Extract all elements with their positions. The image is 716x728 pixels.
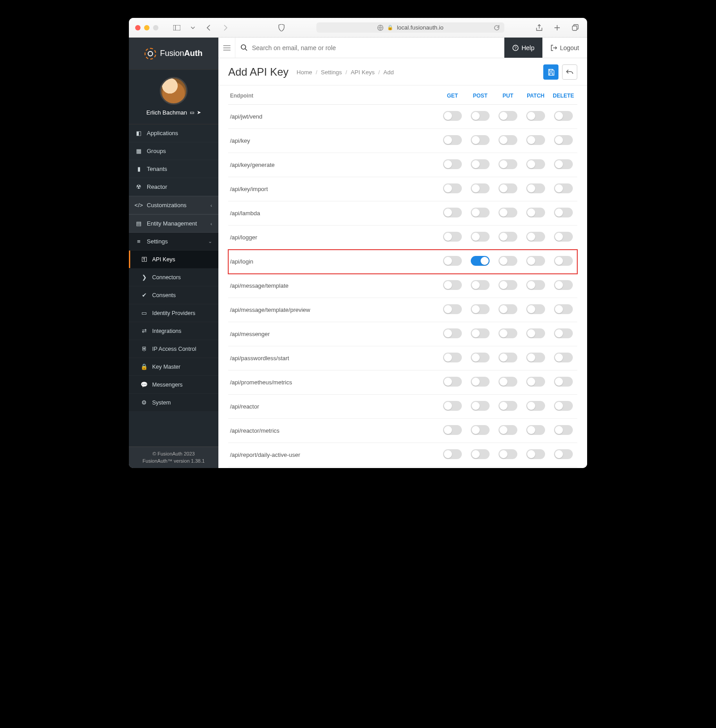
toggle-delete[interactable] xyxy=(554,159,573,169)
toggle-delete[interactable] xyxy=(554,280,573,290)
close-icon[interactable] xyxy=(135,25,141,30)
toggle-post[interactable] xyxy=(471,111,490,121)
toggle-put[interactable] xyxy=(499,401,517,411)
toggle-post[interactable] xyxy=(471,159,490,169)
breadcrumb-item[interactable]: Settings xyxy=(321,69,342,76)
tabs-icon[interactable] xyxy=(569,22,581,34)
toggle-delete[interactable] xyxy=(554,111,573,121)
toggle-patch[interactable] xyxy=(526,449,545,459)
toggle-delete[interactable] xyxy=(554,208,573,217)
toggle-get[interactable] xyxy=(443,135,462,145)
toggle-patch[interactable] xyxy=(526,135,545,145)
toggle-patch[interactable] xyxy=(526,401,545,411)
toggle-delete[interactable] xyxy=(554,232,573,242)
back-action-button[interactable] xyxy=(562,64,577,80)
sidebar-item-reactor[interactable]: ☢Reactor xyxy=(129,178,218,196)
toggle-post[interactable] xyxy=(471,449,490,459)
sidebar-item-system[interactable]: ⚙System xyxy=(129,394,218,412)
toggle-delete[interactable] xyxy=(554,328,573,338)
toggle-put[interactable] xyxy=(499,449,517,459)
toggle-delete[interactable] xyxy=(554,401,573,411)
toggle-put[interactable] xyxy=(499,208,517,217)
avatar[interactable] xyxy=(160,77,188,105)
toggle-put[interactable] xyxy=(499,425,517,435)
sidebar-item-api-keys[interactable]: ⚿API Keys xyxy=(129,251,218,268)
toggle-post[interactable] xyxy=(471,232,490,242)
sidebar-item-groups[interactable]: ▦Groups xyxy=(129,142,218,160)
maximize-icon[interactable] xyxy=(153,25,158,30)
back-button[interactable] xyxy=(203,22,215,34)
toggle-post[interactable] xyxy=(471,304,490,314)
breadcrumb-item[interactable]: Home xyxy=(297,69,312,76)
toggle-get[interactable] xyxy=(443,304,462,314)
toggle-delete[interactable] xyxy=(554,304,573,314)
toggle-get[interactable] xyxy=(443,208,462,217)
toggle-put[interactable] xyxy=(499,135,517,145)
toggle-patch[interactable] xyxy=(526,159,545,169)
toggle-delete[interactable] xyxy=(554,377,573,387)
sidebar-item-ip-access-control[interactable]: ⛨IP Access Control xyxy=(129,340,218,358)
sidebar-item-key-master[interactable]: 🔒Key Master xyxy=(129,358,218,376)
toggle-delete[interactable] xyxy=(554,135,573,145)
brand[interactable]: FusionAuth xyxy=(129,38,218,70)
toggle-post[interactable] xyxy=(471,183,490,193)
toggle-patch[interactable] xyxy=(526,280,545,290)
toggle-get[interactable] xyxy=(443,183,462,193)
sidebar-item-tenants[interactable]: ▮Tenants xyxy=(129,160,218,178)
toggle-put[interactable] xyxy=(499,256,517,266)
send-icon[interactable]: ➤ xyxy=(197,110,201,115)
toggle-get[interactable] xyxy=(443,401,462,411)
toggle-post[interactable] xyxy=(471,135,490,145)
toggle-put[interactable] xyxy=(499,183,517,193)
sidebar-item-entity-management[interactable]: ▤Entity Management‹ xyxy=(129,214,218,233)
toggle-post[interactable] xyxy=(471,256,490,266)
collapse-sidebar-button[interactable] xyxy=(218,38,235,58)
forward-button[interactable] xyxy=(219,22,231,34)
toggle-delete[interactable] xyxy=(554,183,573,193)
sidebar-item-messengers[interactable]: 💬Messengers xyxy=(129,376,218,394)
search-input[interactable] xyxy=(252,44,499,51)
toggle-put[interactable] xyxy=(499,304,517,314)
toggle-get[interactable] xyxy=(443,425,462,435)
save-button[interactable] xyxy=(543,64,558,80)
sidebar-item-settings[interactable]: ≡Settings⌄ xyxy=(129,233,218,251)
shield-icon[interactable] xyxy=(276,22,287,34)
toggle-put[interactable] xyxy=(499,111,517,121)
toggle-get[interactable] xyxy=(443,256,462,266)
toggle-get[interactable] xyxy=(443,232,462,242)
sidebar-item-applications[interactable]: ◧Applications xyxy=(129,124,218,142)
endpoint-table-scroll[interactable]: EndpointGETPOSTPUTPATCHDELETE /api/jwt/v… xyxy=(218,85,587,468)
toggle-get[interactable] xyxy=(443,328,462,338)
toggle-patch[interactable] xyxy=(526,377,545,387)
toggle-delete[interactable] xyxy=(554,256,573,266)
toggle-delete[interactable] xyxy=(554,425,573,435)
toggle-patch[interactable] xyxy=(526,304,545,314)
toggle-put[interactable] xyxy=(499,280,517,290)
sidebar-toggle-icon[interactable] xyxy=(171,22,183,34)
breadcrumb-item[interactable]: API Keys xyxy=(351,69,375,76)
new-tab-icon[interactable] xyxy=(551,22,563,34)
toggle-patch[interactable] xyxy=(526,183,545,193)
toggle-get[interactable] xyxy=(443,159,462,169)
share-icon[interactable] xyxy=(533,22,545,34)
toggle-get[interactable] xyxy=(443,377,462,387)
toggle-post[interactable] xyxy=(471,425,490,435)
toggle-get[interactable] xyxy=(443,111,462,121)
toggle-patch[interactable] xyxy=(526,328,545,338)
toggle-post[interactable] xyxy=(471,328,490,338)
toggle-post[interactable] xyxy=(471,353,490,362)
toggle-patch[interactable] xyxy=(526,232,545,242)
id-card-icon[interactable]: ▭ xyxy=(190,110,194,115)
minimize-icon[interactable] xyxy=(144,25,149,30)
sidebar-item-customizations[interactable]: </>Customizations‹ xyxy=(129,196,218,214)
toggle-delete[interactable] xyxy=(554,449,573,459)
toggle-get[interactable] xyxy=(443,449,462,459)
chevron-down-icon[interactable] xyxy=(187,22,199,34)
toggle-delete[interactable] xyxy=(554,353,573,362)
toggle-patch[interactable] xyxy=(526,256,545,266)
toggle-post[interactable] xyxy=(471,401,490,411)
reload-icon[interactable] xyxy=(494,25,500,31)
toggle-patch[interactable] xyxy=(526,111,545,121)
toggle-put[interactable] xyxy=(499,377,517,387)
sidebar-item-consents[interactable]: ✔Consents xyxy=(129,286,218,304)
